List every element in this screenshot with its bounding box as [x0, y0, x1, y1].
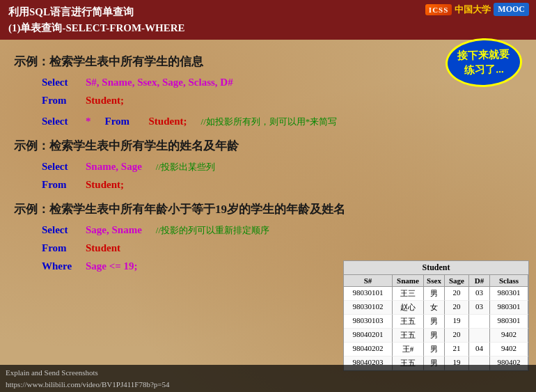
select-keyword-2: Select — [42, 158, 80, 175]
table-row: 98040202王#男21049402 — [344, 343, 528, 356]
from-keyword-1: From — [42, 92, 80, 109]
col-header-sclass: Sclass — [490, 275, 528, 286]
table-row: 98030102赵心女2003980301 — [344, 301, 528, 315]
example1-select2-line: Select * From Student; //如投影所有列，则可以用*来简写 — [42, 113, 522, 130]
example3-title: 示例：检索学生表中所有年龄小于等于19岁的学生的年龄及姓名 — [14, 201, 522, 217]
example1-second: Select * From Student; //如投影所有列，则可以用*来简写 — [14, 113, 522, 130]
from-table-1: Student; — [86, 92, 124, 109]
from-keyword-1b: From — [105, 113, 143, 130]
from-table-3: Student — [86, 240, 120, 256]
main-content: 示例：检索学生表中所有学生的信息 Select S#, Sname, Ssex,… — [0, 40, 536, 283]
bottom-bar: Explain and Send Screenshots https://www… — [0, 365, 536, 392]
col-header-sage: Sage — [445, 275, 469, 286]
select-args-3: Sage, Sname — [86, 221, 142, 238]
header-line2: (1)单表查询-SELECT-FROM-WHERE — [8, 20, 528, 36]
example1-from-line: From Student; — [42, 92, 522, 109]
table-row: 98030103王五男19980301 — [344, 315, 528, 329]
example1-title: 示例：检索学生表中所有学生的信息 — [14, 54, 522, 70]
select-keyword-1: Select — [42, 74, 80, 91]
example3-select-line: Select Sage, Sname //投影的列可以重新排定顺序 — [42, 221, 522, 238]
table-row: 98040201王五男209402 — [344, 329, 528, 343]
student-table: Student S# Sname Ssex Sage D# Sclass 980… — [343, 260, 529, 371]
example2-select-line: Select Sname, Sage //投影出某些列 — [42, 158, 522, 175]
bottom-line2: https://www.bilibili.com/video/BV1PJ411F… — [6, 379, 530, 391]
example2-from-line: From Student; — [42, 176, 522, 193]
example2-title: 示例：检索学生表中所有学生的姓名及年龄 — [14, 138, 522, 154]
logo-mooc: MOOC — [494, 3, 529, 16]
from-keyword-2: From — [42, 176, 80, 193]
bottom-line1: Explain and Send Screenshots — [6, 367, 530, 379]
table-title: Student — [344, 261, 528, 275]
from-table-2: Student; — [86, 176, 124, 193]
select-args-1b: * — [86, 113, 91, 130]
col-header-ssex: Ssex — [424, 275, 445, 286]
select-args-2: Sname, Sage — [86, 158, 142, 175]
col-header-s: S# — [344, 275, 393, 286]
example3-from-line: From Student — [42, 240, 522, 256]
table-row: 98030101王三男2003980301 — [344, 287, 528, 301]
comment-3: //投影的列可以重新排定顺序 — [156, 224, 269, 238]
semi-1: ; — [120, 95, 124, 106]
logo-area: ICSS 中国大学 MOOC — [425, 3, 529, 16]
where-keyword-3: Where — [42, 258, 80, 274]
select-keyword-3: Select — [42, 221, 80, 238]
select-keyword-1b: Select — [42, 113, 80, 130]
from-keyword-3: From — [42, 240, 80, 256]
comment-2: //投影出某些列 — [156, 160, 215, 175]
from-table-1b: Student; — [149, 113, 187, 130]
col-header-d: D# — [469, 275, 490, 286]
logo-badge: ICSS — [425, 4, 452, 15]
where-cond-3: Sage <= 19; — [86, 258, 138, 274]
col-header-sname: Sname — [393, 275, 424, 286]
example1-select-line: Select S#, Sname, Ssex, Sage, Sclass, D# — [42, 74, 522, 91]
select-args-1: S#, Sname, Ssex, Sage, Sclass, D# — [86, 74, 233, 91]
comment-1: //如投影所有列，则可以用*来简写 — [201, 115, 338, 130]
logo-university: 中国大学 — [455, 3, 491, 16]
